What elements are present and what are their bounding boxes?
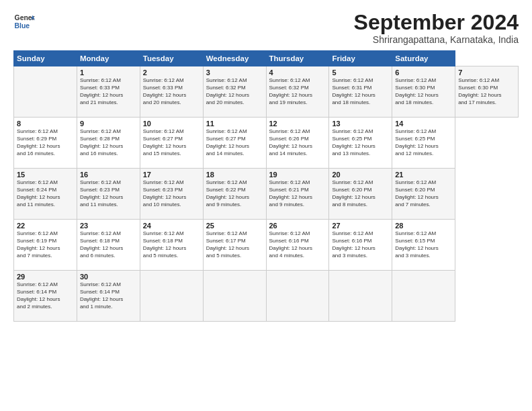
- calendar-cell: 10Sunrise: 6:12 AM Sunset: 6:27 PM Dayli…: [140, 118, 203, 169]
- calendar-cell: [266, 271, 329, 322]
- col-header-monday: Monday: [77, 51, 140, 66]
- day-info: Sunrise: 6:12 AM Sunset: 6:28 PM Dayligh…: [80, 128, 137, 157]
- day-number: 16: [80, 171, 137, 179]
- day-number: 6: [395, 68, 452, 77]
- col-header-wednesday: Wednesday: [203, 51, 266, 66]
- calendar-cell: 9Sunrise: 6:12 AM Sunset: 6:28 PM Daylig…: [77, 118, 140, 169]
- calendar-cell: 4Sunrise: 6:12 AM Sunset: 6:32 PM Daylig…: [266, 66, 329, 118]
- calendar-cell: 14Sunrise: 6:12 AM Sunset: 6:25 PM Dayli…: [392, 118, 455, 169]
- calendar-cell: 29Sunrise: 6:12 AM Sunset: 6:14 PM Dayli…: [14, 271, 77, 322]
- day-info: Sunrise: 6:12 AM Sunset: 6:17 PM Dayligh…: [206, 230, 263, 259]
- day-info: Sunrise: 6:12 AM Sunset: 6:30 PM Dayligh…: [458, 77, 515, 106]
- col-header-tuesday: Tuesday: [140, 51, 203, 66]
- calendar-table: SundayMondayTuesdayWednesdayThursdayFrid…: [13, 50, 519, 322]
- calendar-cell: 27Sunrise: 6:12 AM Sunset: 6:16 PM Dayli…: [329, 220, 392, 271]
- day-info: Sunrise: 6:12 AM Sunset: 6:27 PM Dayligh…: [206, 128, 263, 157]
- calendar-cell: 23Sunrise: 6:12 AM Sunset: 6:18 PM Dayli…: [77, 220, 140, 271]
- day-number: 9: [80, 120, 137, 128]
- calendar-cell: [203, 271, 266, 322]
- day-info: Sunrise: 6:12 AM Sunset: 6:20 PM Dayligh…: [332, 179, 389, 208]
- day-number: 11: [206, 120, 263, 128]
- header: General Blue September 2024 Shrirangapat…: [13, 11, 519, 45]
- day-info: Sunrise: 6:12 AM Sunset: 6:20 PM Dayligh…: [395, 179, 452, 208]
- week-row-4: 22Sunrise: 6:12 AM Sunset: 6:19 PM Dayli…: [14, 220, 519, 271]
- calendar-cell: 28Sunrise: 6:12 AM Sunset: 6:15 PM Dayli…: [392, 220, 455, 271]
- calendar-cell: 18Sunrise: 6:12 AM Sunset: 6:22 PM Dayli…: [203, 169, 266, 220]
- day-number: 30: [80, 273, 137, 281]
- calendar-cell: 7Sunrise: 6:12 AM Sunset: 6:30 PM Daylig…: [455, 66, 519, 118]
- day-number: 22: [17, 222, 74, 230]
- day-info: Sunrise: 6:12 AM Sunset: 6:15 PM Dayligh…: [395, 230, 452, 259]
- day-number: 15: [17, 171, 74, 179]
- day-number: 19: [269, 171, 326, 179]
- day-number: 28: [395, 222, 452, 230]
- calendar-cell: 22Sunrise: 6:12 AM Sunset: 6:19 PM Dayli…: [14, 220, 77, 271]
- day-number: 25: [206, 222, 263, 230]
- day-info: Sunrise: 6:12 AM Sunset: 6:24 PM Dayligh…: [17, 179, 74, 208]
- day-number: 5: [332, 68, 389, 77]
- day-info: Sunrise: 6:12 AM Sunset: 6:31 PM Dayligh…: [332, 77, 389, 106]
- calendar-cell: [392, 271, 455, 322]
- day-number: 23: [80, 222, 137, 230]
- calendar-cell: 25Sunrise: 6:12 AM Sunset: 6:17 PM Dayli…: [203, 220, 266, 271]
- day-info: Sunrise: 6:12 AM Sunset: 6:32 PM Dayligh…: [269, 77, 326, 106]
- day-info: Sunrise: 6:12 AM Sunset: 6:27 PM Dayligh…: [143, 128, 200, 157]
- day-number: 3: [206, 68, 263, 77]
- calendar-cell: 20Sunrise: 6:12 AM Sunset: 6:20 PM Dayli…: [329, 169, 392, 220]
- day-number: 8: [17, 120, 74, 128]
- day-info: Sunrise: 6:12 AM Sunset: 6:19 PM Dayligh…: [17, 230, 74, 259]
- calendar-cell: 24Sunrise: 6:12 AM Sunset: 6:18 PM Dayli…: [140, 220, 203, 271]
- day-info: Sunrise: 6:12 AM Sunset: 6:33 PM Dayligh…: [80, 77, 137, 106]
- calendar-cell: 5Sunrise: 6:12 AM Sunset: 6:31 PM Daylig…: [329, 66, 392, 118]
- calendar-cell: 1Sunrise: 6:12 AM Sunset: 6:33 PM Daylig…: [77, 66, 140, 118]
- day-number: 14: [395, 120, 452, 128]
- day-number: 27: [332, 222, 389, 230]
- day-number: 26: [269, 222, 326, 230]
- general-blue-logo-icon: General Blue: [13, 11, 35, 32]
- col-header-sunday: Sunday: [14, 51, 77, 66]
- calendar-cell: 3Sunrise: 6:12 AM Sunset: 6:32 PM Daylig…: [203, 66, 266, 118]
- day-info: Sunrise: 6:12 AM Sunset: 6:14 PM Dayligh…: [17, 281, 74, 310]
- day-info: Sunrise: 6:12 AM Sunset: 6:21 PM Dayligh…: [269, 179, 326, 208]
- day-info: Sunrise: 6:12 AM Sunset: 6:18 PM Dayligh…: [143, 230, 200, 259]
- subtitle: Shrirangapattana, Karnataka, India: [354, 34, 519, 45]
- calendar-cell: 6Sunrise: 6:12 AM Sunset: 6:30 PM Daylig…: [392, 66, 455, 118]
- calendar-cell: 16Sunrise: 6:12 AM Sunset: 6:23 PM Dayli…: [77, 169, 140, 220]
- calendar-cell: 12Sunrise: 6:12 AM Sunset: 6:26 PM Dayli…: [266, 118, 329, 169]
- day-number: 10: [143, 120, 200, 128]
- calendar-cell: [329, 271, 392, 322]
- day-info: Sunrise: 6:12 AM Sunset: 6:25 PM Dayligh…: [395, 128, 452, 157]
- day-info: Sunrise: 6:12 AM Sunset: 6:23 PM Dayligh…: [143, 179, 200, 208]
- col-header-saturday: Saturday: [392, 51, 455, 66]
- week-row-2: 8Sunrise: 6:12 AM Sunset: 6:29 PM Daylig…: [14, 118, 519, 169]
- calendar-cell: 19Sunrise: 6:12 AM Sunset: 6:21 PM Dayli…: [266, 169, 329, 220]
- day-info: Sunrise: 6:12 AM Sunset: 6:22 PM Dayligh…: [206, 179, 263, 208]
- day-number: 2: [143, 68, 200, 77]
- day-number: 4: [269, 68, 326, 77]
- day-number: 17: [143, 171, 200, 179]
- day-info: Sunrise: 6:12 AM Sunset: 6:23 PM Dayligh…: [80, 179, 137, 208]
- calendar-cell: 26Sunrise: 6:12 AM Sunset: 6:16 PM Dayli…: [266, 220, 329, 271]
- day-info: Sunrise: 6:12 AM Sunset: 6:30 PM Dayligh…: [395, 77, 452, 106]
- week-row-3: 15Sunrise: 6:12 AM Sunset: 6:24 PM Dayli…: [14, 169, 519, 220]
- day-info: Sunrise: 6:12 AM Sunset: 6:16 PM Dayligh…: [269, 230, 326, 259]
- calendar-cell: 15Sunrise: 6:12 AM Sunset: 6:24 PM Dayli…: [14, 169, 77, 220]
- week-row-5: 29Sunrise: 6:12 AM Sunset: 6:14 PM Dayli…: [14, 271, 519, 322]
- title-block: September 2024 Shrirangapattana, Karnata…: [354, 11, 519, 45]
- day-number: 24: [143, 222, 200, 230]
- day-info: Sunrise: 6:12 AM Sunset: 6:18 PM Dayligh…: [80, 230, 137, 259]
- logo: General Blue: [13, 11, 35, 32]
- calendar-cell: 30Sunrise: 6:12 AM Sunset: 6:14 PM Dayli…: [77, 271, 140, 322]
- calendar-cell: 17Sunrise: 6:12 AM Sunset: 6:23 PM Dayli…: [140, 169, 203, 220]
- calendar-cell: 2Sunrise: 6:12 AM Sunset: 6:33 PM Daylig…: [140, 66, 203, 118]
- day-info: Sunrise: 6:12 AM Sunset: 6:16 PM Dayligh…: [332, 230, 389, 259]
- day-number: 20: [332, 171, 389, 179]
- calendar-cell: 11Sunrise: 6:12 AM Sunset: 6:27 PM Dayli…: [203, 118, 266, 169]
- day-number: 1: [80, 68, 137, 77]
- calendar-cell: 8Sunrise: 6:12 AM Sunset: 6:29 PM Daylig…: [14, 118, 77, 169]
- col-header-friday: Friday: [329, 51, 392, 66]
- header-row: SundayMondayTuesdayWednesdayThursdayFrid…: [14, 51, 519, 66]
- day-info: Sunrise: 6:12 AM Sunset: 6:14 PM Dayligh…: [80, 281, 137, 310]
- day-number: 18: [206, 171, 263, 179]
- day-number: 12: [269, 120, 326, 128]
